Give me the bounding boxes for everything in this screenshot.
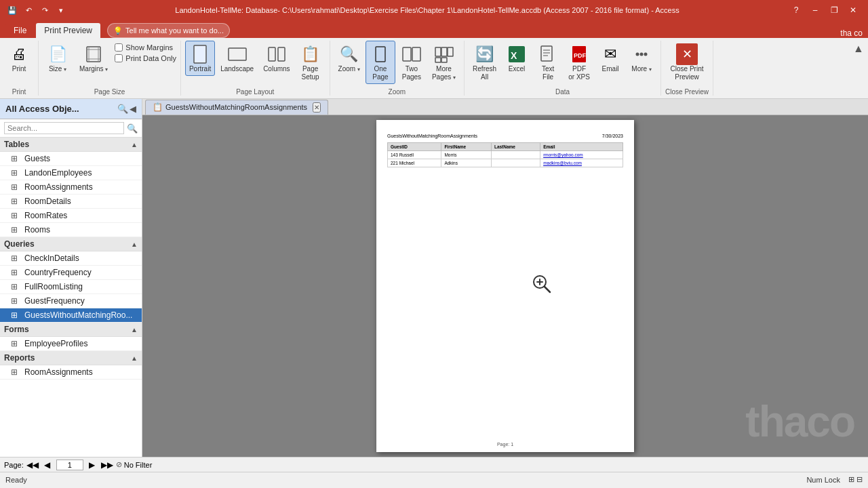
- col-guest-id: GuestID: [388, 143, 441, 151]
- show-margins-checkbox[interactable]: Show Margins: [115, 43, 176, 52]
- svg-rect-7: [269, 47, 275, 61]
- show-margins-label: Show Margins: [125, 43, 173, 52]
- ribbon-group-page-layout-label: Page Layout: [185, 87, 326, 96]
- more-pages-button[interactable]: MorePages ▾: [428, 41, 460, 84]
- sidebar-item-checkin-details[interactable]: ⊞ CheckInDetails: [0, 251, 142, 266]
- sidebar-section-reports[interactable]: Reports ▲: [0, 351, 142, 365]
- table-icon: ⊞: [11, 154, 20, 163]
- prev-page-button[interactable]: ◀: [41, 459, 54, 471]
- tab-print-preview[interactable]: Print Preview: [36, 23, 100, 38]
- first-page-button[interactable]: ◀◀: [26, 459, 39, 471]
- portrait-button[interactable]: Portrait: [185, 41, 215, 76]
- report-title-row: GuestsWithoutMatchingRoomAssignments 7/3…: [387, 134, 623, 138]
- sidebar-item-guest-frequency[interactable]: ⊞ GuestFrequency: [0, 294, 142, 308]
- more-data-icon: [631, 43, 652, 65]
- sidebar-item-rooms[interactable]: ⊞ Rooms: [0, 223, 142, 237]
- sidebar-item-country-frequency[interactable]: ⊞ CountryFrequency: [0, 266, 142, 280]
- ribbon-group-page-layout: Portrait Landscape Columns: [181, 41, 330, 96]
- ribbon-group-print-label: Print: [4, 87, 34, 96]
- sidebar-item-guest-frequency-label: GuestFrequency: [24, 296, 85, 306]
- minimize-button[interactable]: –: [806, 3, 825, 18]
- document-tab[interactable]: 📋 GuestsWithoutMatchingRoomAssignments ✕: [145, 100, 328, 115]
- tab-file[interactable]: File: [5, 23, 35, 38]
- sidebar-section-forms[interactable]: Forms ▲: [0, 323, 142, 337]
- more-data-button[interactable]: More ▾: [627, 41, 656, 76]
- email-button[interactable]: ✉ Email: [595, 41, 625, 76]
- close-window-button[interactable]: ✕: [844, 3, 863, 18]
- zoom-button[interactable]: 🔍 Zoom ▾: [334, 41, 364, 76]
- sidebar-section-tables[interactable]: Tables ▲: [0, 138, 142, 152]
- two-pages-button[interactable]: TwoPages: [397, 41, 427, 84]
- two-pages-icon: [401, 43, 422, 65]
- watermark: thaco: [745, 400, 854, 443]
- tell-me-placeholder: Tell me what you want to do...: [125, 26, 224, 35]
- preview-area[interactable]: GuestsWithoutMatchingRoomAssignments 7/3…: [142, 115, 868, 457]
- pdf-xps-button[interactable]: PDF PDFor XPS: [564, 41, 594, 84]
- ribbon-group-print: 🖨 Print Print: [0, 41, 39, 96]
- sidebar-item-room-details[interactable]: ⊞ RoomDetails: [0, 195, 142, 209]
- sidebar-section-queries[interactable]: Queries ▲: [0, 237, 142, 251]
- content-area: 📋 GuestsWithoutMatchingRoomAssignments ✕…: [142, 99, 868, 457]
- save-button[interactable]: 💾: [5, 3, 19, 17]
- print-button[interactable]: 🖨 Print: [4, 41, 34, 76]
- table-icon: ⊞: [11, 211, 20, 220]
- print-data-only-input[interactable]: [115, 54, 123, 62]
- query-icon: ⊞: [11, 268, 20, 277]
- next-page-button[interactable]: ▶: [86, 459, 98, 471]
- two-pages-label: TwoPages: [402, 65, 421, 81]
- ribbon-collapse-button[interactable]: ▲: [852, 42, 865, 56]
- sidebar-item-room-details-label: RoomDetails: [24, 197, 71, 206]
- refresh-all-button[interactable]: 🔄 RefreshAll: [469, 41, 500, 84]
- page-number-input[interactable]: [56, 460, 83, 470]
- sidebar-item-employee-profiles-label: EmployeeProfiles: [24, 339, 87, 348]
- ribbon-group-zoom-label: Zoom: [334, 87, 460, 96]
- excel-button[interactable]: X Excel: [502, 41, 532, 76]
- sidebar-item-guests-without-matching[interactable]: ⊞ GuestsWithoutMatchingRoo...: [0, 308, 142, 323]
- landscape-button[interactable]: Landscape: [216, 41, 258, 76]
- zoom-icon: 🔍: [338, 43, 360, 65]
- page-setup-button[interactable]: 📋 PageSetup: [296, 41, 326, 84]
- svg-rect-11: [412, 47, 420, 61]
- sidebar-collapse-button[interactable]: ◀: [130, 104, 136, 114]
- document-tab-close-button[interactable]: ✕: [313, 102, 321, 113]
- sidebar-item-room-rates[interactable]: ⊞ RoomRates: [0, 209, 142, 223]
- sidebar-item-room-assignments[interactable]: ⊞ RoomAssignments: [0, 180, 142, 195]
- sidebar-item-landon-employees[interactable]: ⊞ LandonEmployees: [0, 166, 142, 180]
- sidebar-search-input[interactable]: [4, 122, 124, 134]
- close-print-preview-button[interactable]: ✕ Close PrintPreview: [667, 41, 708, 84]
- sidebar-search-toggle[interactable]: 🔍: [117, 104, 128, 114]
- title-bar: 💾 ↶ ↷ ▾ LandonHotel-TellMe: Database- C:…: [0, 0, 868, 20]
- one-page-button[interactable]: OnePage: [366, 41, 395, 84]
- excel-icon: X: [506, 43, 528, 65]
- undo-button[interactable]: ↶: [22, 3, 35, 17]
- sidebar-item-guests[interactable]: ⊞ Guests: [0, 152, 142, 166]
- print-data-only-checkbox[interactable]: Print Data Only: [115, 54, 176, 62]
- page-preview: GuestsWithoutMatchingRoomAssignments 7/3…: [376, 120, 634, 452]
- cell-email-1: rmorris@yahoo.com: [540, 151, 623, 159]
- sidebar-item-room-assignments-report[interactable]: ⊞ RoomAssignments: [0, 365, 142, 380]
- show-margins-input[interactable]: [115, 43, 123, 52]
- size-button[interactable]: 📄 Size ▾: [43, 41, 73, 76]
- sidebar-item-employee-profiles[interactable]: ⊞ EmployeeProfiles: [0, 337, 142, 351]
- tell-me-input[interactable]: 💡 Tell me what you want to do...: [107, 23, 230, 38]
- last-page-button[interactable]: ▶▶: [101, 459, 113, 471]
- sidebar-items: Tables ▲ ⊞ Guests ⊞ LandonEmployees ⊞ Ro…: [0, 138, 142, 457]
- filter-icon: ⊘: [116, 460, 122, 469]
- customize-qat-button[interactable]: ▾: [54, 3, 68, 17]
- ribbon-group-close-preview: ✕ Close PrintPreview Close Preview: [661, 41, 713, 96]
- restore-button[interactable]: ❐: [825, 3, 844, 18]
- sidebar-item-rooms-label: Rooms: [24, 225, 50, 235]
- redo-button[interactable]: ↷: [38, 3, 52, 17]
- table-icon: ⊞: [11, 197, 20, 206]
- reports-section-arrow: ▲: [131, 354, 138, 362]
- sidebar-item-full-room-listing[interactable]: ⊞ FullRoomListing: [0, 280, 142, 294]
- document-tab-bar: 📋 GuestsWithoutMatchingRoomAssignments ✕: [142, 99, 868, 115]
- page-footer: Page: 1: [376, 442, 634, 452]
- help-button[interactable]: ?: [787, 3, 806, 18]
- margins-button[interactable]: Margins ▾: [75, 41, 112, 76]
- ribbon-group-page-size-label: Page Size: [43, 87, 176, 96]
- text-file-button[interactable]: TextFile: [533, 41, 563, 84]
- columns-button[interactable]: Columns: [259, 41, 294, 76]
- query-icon: ⊞: [11, 296, 20, 306]
- text-file-icon: [537, 43, 559, 65]
